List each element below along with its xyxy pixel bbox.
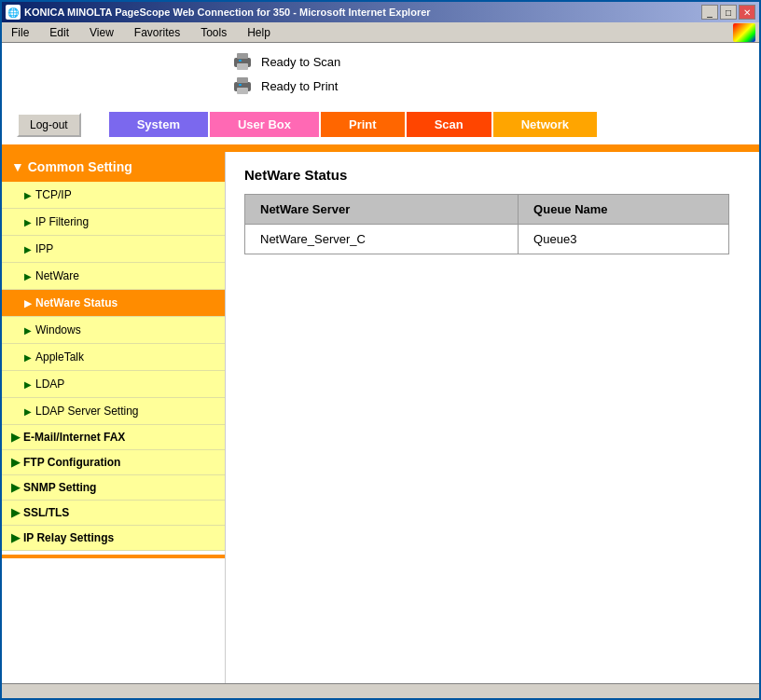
svg-rect-2	[237, 63, 248, 70]
menu-help[interactable]: Help	[242, 24, 276, 41]
arrow-icon-ipp: ▶	[24, 244, 32, 254]
sidebar-bottom-bar	[2, 555, 225, 558]
title-bar-left: 🌐 KONICA MINOLTA PageScope Web Connectio…	[6, 5, 431, 20]
scan-status-text: Ready to Scan	[261, 55, 340, 69]
page-content: Ready to Scan Ready to Print Log-out Sys…	[2, 43, 759, 683]
window-title: KONICA MINOLTA PageScope Web Connection …	[24, 7, 431, 18]
maximize-button[interactable]: □	[720, 5, 737, 20]
arrow-icon-ftp: ▶	[11, 456, 20, 469]
sidebar-item-tcpip[interactable]: ▶ TCP/IP	[2, 182, 225, 209]
sidebar-item-ldap-server-label: LDAP Server Setting	[35, 405, 139, 418]
orange-divider	[2, 144, 759, 152]
close-button[interactable]: ✕	[739, 5, 755, 20]
tab-system[interactable]: System	[109, 112, 208, 137]
window-controls: _ □ ✕	[701, 5, 755, 20]
sidebar-item-ftp-label: FTP Configuration	[23, 456, 120, 469]
sidebar-item-snmp-label: SNMP Setting	[23, 481, 96, 494]
sidebar-common-setting[interactable]: ▼ Common Setting	[2, 152, 225, 182]
windows-logo	[733, 23, 755, 42]
sidebar: ▼ Common Setting ▶ TCP/IP ▶ IP Filtering…	[2, 152, 226, 683]
sidebar-item-snmp[interactable]: ▶ SNMP Setting	[2, 475, 225, 501]
arrow-icon-ldap: ▶	[24, 379, 32, 390]
sidebar-item-ip-relay-label: IP Relay Settings	[23, 531, 114, 544]
print-printer-icon	[231, 75, 254, 97]
main-area: ▼ Common Setting ▶ TCP/IP ▶ IP Filtering…	[2, 152, 759, 683]
tab-scan[interactable]: Scan	[407, 112, 491, 137]
table-header-server: NetWare Server	[245, 195, 519, 225]
status-header: Ready to Scan Ready to Print	[2, 43, 759, 104]
arrow-icon-windows: ▶	[24, 325, 32, 336]
tab-network[interactable]: Network	[493, 112, 597, 137]
title-bar: 🌐 KONICA MINOLTA PageScope Web Connectio…	[2, 2, 759, 22]
sidebar-item-ldap-label: LDAP	[35, 377, 64, 391]
arrow-icon-appletalk: ▶	[24, 352, 32, 363]
sidebar-item-ssl[interactable]: ▶ SSL/TLS	[2, 501, 225, 526]
sidebar-item-ftp[interactable]: ▶ FTP Configuration	[2, 450, 225, 475]
sidebar-item-netware-label: NetWare	[35, 269, 79, 282]
ie-icon: 🌐	[6, 5, 21, 20]
sidebar-item-ssl-label: SSL/TLS	[23, 506, 69, 519]
table-cell-queue: Queue3	[519, 225, 729, 254]
logout-button[interactable]: Log-out	[17, 113, 81, 137]
arrow-icon-ldap-server: ▶	[24, 406, 32, 417]
sidebar-item-email-label: E-Mail/Internet FAX	[23, 431, 125, 444]
sidebar-item-netware[interactable]: ▶ NetWare	[2, 263, 225, 290]
minimize-button[interactable]: _	[701, 5, 718, 20]
sidebar-item-email[interactable]: ▶ E-Mail/Internet FAX	[2, 425, 225, 450]
svg-rect-5	[237, 77, 248, 83]
sidebar-section-label: ▼ Common Setting	[11, 159, 132, 174]
sidebar-item-netware-status[interactable]: ▶ NetWare Status	[2, 290, 225, 317]
svg-rect-1	[237, 53, 248, 59]
arrow-icon-ssl: ▶	[11, 506, 20, 519]
tab-print[interactable]: Print	[321, 112, 405, 137]
sidebar-item-ipfiltering[interactable]: ▶ IP Filtering	[2, 209, 225, 236]
sidebar-item-netware-status-label: NetWare Status	[35, 296, 118, 309]
sidebar-item-ipp-label: IPP	[35, 242, 53, 255]
nav-bar: Log-out System User Box Print Scan Netwo…	[2, 104, 759, 144]
menu-bar: File Edit View Favorites Tools Help	[2, 22, 759, 43]
sidebar-item-appletalk[interactable]: ▶ AppleTalk	[2, 344, 225, 371]
table-row: NetWare_Server_C Queue3	[245, 225, 729, 254]
sidebar-item-ldap[interactable]: ▶ LDAP	[2, 371, 225, 398]
arrow-icon-netware: ▶	[24, 271, 32, 281]
tab-userbox[interactable]: User Box	[210, 112, 319, 137]
netware-table: NetWare Server Queue Name NetWare_Server…	[244, 194, 729, 254]
scan-status-row: Ready to Scan	[231, 50, 340, 73]
arrow-icon-ipfiltering: ▶	[24, 217, 32, 227]
print-status-text: Ready to Print	[261, 79, 338, 93]
sidebar-item-tcpip-label: TCP/IP	[35, 188, 72, 201]
content-panel: NetWare Status NetWare Server Queue Name…	[226, 152, 759, 683]
sidebar-item-appletalk-label: AppleTalk	[35, 350, 84, 364]
menu-favorites[interactable]: Favorites	[129, 24, 186, 41]
sidebar-item-ipfiltering-label: IP Filtering	[35, 215, 89, 228]
sidebar-item-ipp[interactable]: ▶ IPP	[2, 236, 225, 263]
arrow-icon-snmp: ▶	[11, 481, 20, 494]
scan-printer-icon	[231, 50, 254, 73]
table-cell-server: NetWare_Server_C	[245, 225, 519, 254]
menu-file[interactable]: File	[6, 24, 35, 41]
bottom-scrollbar[interactable]	[2, 683, 759, 698]
table-header-queue: Queue Name	[519, 195, 729, 225]
arrow-icon-ip-relay: ▶	[11, 531, 20, 544]
svg-rect-7	[239, 84, 242, 86]
arrow-icon-email: ▶	[11, 431, 20, 444]
browser-window: 🌐 KONICA MINOLTA PageScope Web Connectio…	[0, 0, 761, 700]
arrow-icon-netware-status: ▶	[24, 298, 32, 309]
status-area: Ready to Scan Ready to Print	[231, 50, 340, 97]
svg-rect-3	[239, 60, 242, 62]
panel-title: NetWare Status	[244, 167, 740, 183]
svg-rect-6	[237, 88, 248, 94]
sidebar-item-ip-relay[interactable]: ▶ IP Relay Settings	[2, 526, 225, 551]
menu-edit[interactable]: Edit	[44, 24, 75, 41]
tab-bar: System User Box Print Scan Network	[109, 112, 597, 137]
print-status-row: Ready to Print	[231, 75, 340, 97]
sidebar-item-ldap-server[interactable]: ▶ LDAP Server Setting	[2, 398, 225, 425]
sidebar-item-windows-label: Windows	[35, 323, 81, 336]
arrow-icon-tcpip: ▶	[24, 190, 32, 200]
menu-tools[interactable]: Tools	[195, 24, 232, 41]
menu-view[interactable]: View	[84, 24, 119, 41]
sidebar-item-windows[interactable]: ▶ Windows	[2, 317, 225, 344]
